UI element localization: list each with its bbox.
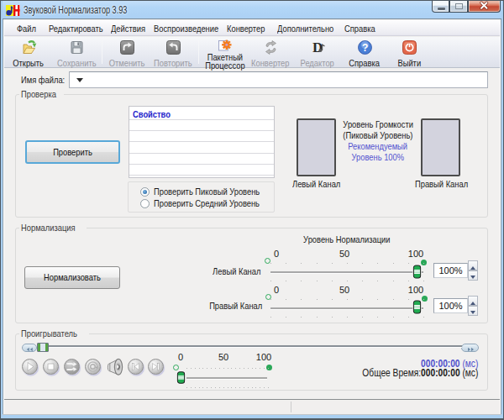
svg-text:?: ? (362, 42, 368, 54)
svg-text:D: D (312, 39, 323, 55)
